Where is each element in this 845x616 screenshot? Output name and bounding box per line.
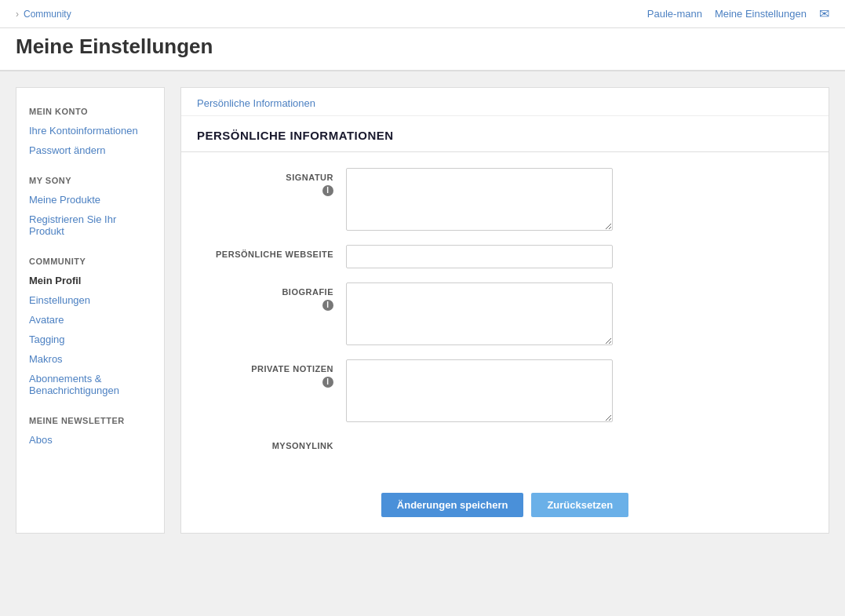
sidebar-item-makros[interactable]: Makros	[16, 349, 164, 369]
sidebar-item-avatare[interactable]: Avatare	[16, 310, 164, 330]
signatur-input[interactable]	[346, 168, 613, 231]
webseite-input[interactable]	[346, 245, 613, 268]
inner-breadcrumb: Persönliche Informationen	[181, 88, 829, 116]
breadcrumb: › Community	[16, 9, 71, 20]
private-notizen-row: PRIVATE NOTIZEN i	[205, 359, 805, 422]
sidebar-section-my-sony: MY SONY	[16, 169, 164, 190]
sidebar-item-meine-produkte[interactable]: Meine Produkte	[16, 190, 164, 210]
page-title: Meine Einstellungen	[16, 35, 829, 59]
mysonylink-label: MYSONYLINK	[205, 436, 346, 450]
sidebar-section-mein-konto: MEIN KONTO	[16, 100, 164, 121]
settings-nav-link[interactable]: Meine Einstellungen	[715, 8, 807, 20]
sidebar-item-kontoinformationen[interactable]: Ihre Kontoinformationen	[16, 121, 164, 140]
sidebar-item-tagging[interactable]: Tagging	[16, 330, 164, 349]
sidebar: MEIN KONTO Ihre Kontoinformationen Passw…	[16, 87, 165, 534]
signatur-row: SIGNATUR i	[205, 168, 805, 231]
private-notizen-label: PRIVATE NOTIZEN i	[205, 359, 346, 388]
biografie-input[interactable]	[346, 282, 613, 345]
sidebar-item-mein-profil[interactable]: Mein Profil	[16, 271, 164, 290]
sidebar-item-einstellungen[interactable]: Einstellungen	[16, 290, 164, 310]
username-link[interactable]: Paule-mann	[647, 8, 702, 20]
form-actions: Änderungen speichern Zurücksetzen	[181, 480, 829, 533]
biografie-label: BIOGRAFIE i	[205, 282, 346, 311]
private-notizen-input[interactable]	[346, 359, 613, 422]
form-area: SIGNATUR i PERSÖNLICHE WEBSEITE BIOGRAFI…	[181, 152, 829, 480]
breadcrumb-link[interactable]: Community	[24, 9, 71, 20]
breadcrumb-arrow: ›	[16, 9, 19, 20]
reset-button[interactable]: Zurücksetzen	[531, 493, 628, 517]
email-icon[interactable]: ✉	[819, 6, 829, 21]
inner-breadcrumb-link[interactable]: Persönliche Informationen	[197, 97, 315, 109]
sidebar-item-abonnements[interactable]: Abonnements & Benachrichtigungen	[16, 369, 164, 400]
webseite-row: PERSÖNLICHE WEBSEITE	[205, 245, 805, 268]
sidebar-item-registrieren[interactable]: Registrieren Sie Ihr Produkt	[16, 210, 164, 241]
signatur-info-icon[interactable]: i	[322, 185, 333, 196]
sidebar-section-newsletter: MEINE NEWSLETTER	[16, 410, 164, 430]
save-button[interactable]: Änderungen speichern	[381, 493, 524, 517]
webseite-label: PERSÖNLICHE WEBSEITE	[205, 245, 346, 259]
mysonylink-row: MYSONYLINK	[205, 436, 805, 450]
sidebar-item-passwort[interactable]: Passwort ändern	[16, 140, 164, 160]
signatur-label: SIGNATUR i	[205, 168, 346, 196]
sidebar-section-community: COMMUNITY	[16, 250, 164, 271]
private-notizen-info-icon[interactable]: i	[322, 377, 333, 388]
biografie-info-icon[interactable]: i	[322, 300, 333, 311]
biografie-row: BIOGRAFIE i	[205, 282, 805, 345]
content-panel: Persönliche Informationen PERSÖNLICHE IN…	[180, 87, 829, 534]
section-title: PERSÖNLICHE INFORMATIONEN	[181, 116, 829, 152]
sidebar-item-abos[interactable]: Abos	[16, 430, 164, 450]
